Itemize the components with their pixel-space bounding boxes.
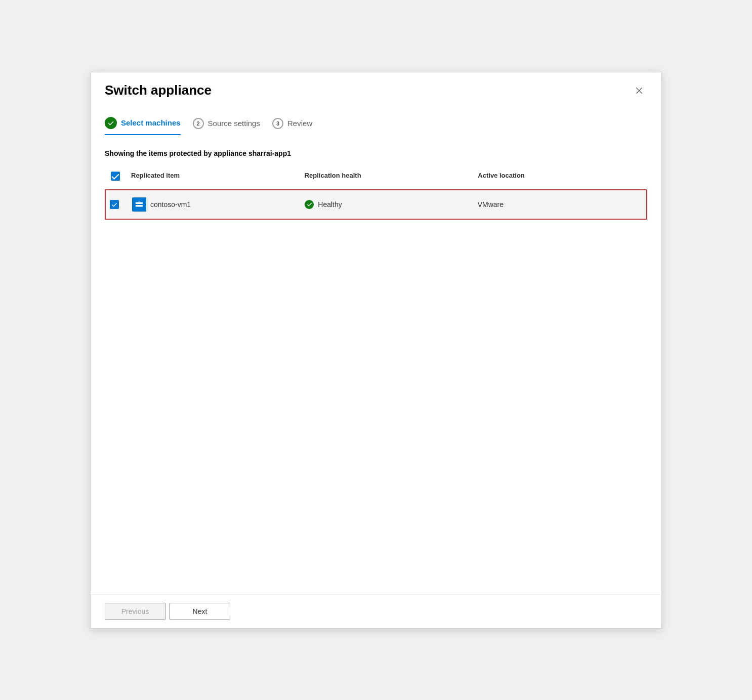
dialog-title: Switch appliance bbox=[105, 83, 212, 98]
step-select-machines[interactable]: Select machines bbox=[105, 117, 181, 135]
section-description: Showing the items protected by appliance… bbox=[105, 149, 647, 157]
header-checkbox[interactable] bbox=[111, 172, 120, 181]
step-2-circle: 2 bbox=[193, 118, 204, 129]
step-review[interactable]: 3 Review bbox=[272, 118, 312, 134]
row-health-cell: Healthy bbox=[301, 198, 473, 211]
switch-appliance-dialog: Switch appliance Select machines 2 bbox=[90, 72, 662, 629]
row-replicated-item: contoso-vm1 bbox=[128, 195, 301, 214]
header-checkmark-icon bbox=[111, 172, 120, 181]
vm-icon bbox=[132, 197, 146, 212]
machines-table: Replicated item Replication health Activ… bbox=[105, 166, 647, 220]
previous-button[interactable]: Previous bbox=[105, 603, 165, 620]
health-checkmark-icon bbox=[307, 201, 312, 207]
row-health-status: Healthy bbox=[318, 200, 342, 209]
svg-point-2 bbox=[142, 202, 143, 203]
health-check-icon bbox=[305, 200, 314, 209]
step-source-settings[interactable]: 2 Source settings bbox=[193, 118, 260, 134]
dialog-header: Switch appliance bbox=[91, 72, 661, 107]
dialog-footer: Previous Next bbox=[91, 594, 661, 628]
header-checkbox-cell bbox=[105, 170, 127, 183]
table-row[interactable]: contoso-vm1 Healthy VMware bbox=[106, 190, 646, 219]
header-replicated-item: Replicated item bbox=[127, 170, 301, 183]
step-select-machines-label: Select machines bbox=[121, 118, 181, 127]
step-3-circle: 3 bbox=[272, 118, 283, 129]
svg-point-3 bbox=[142, 205, 143, 206]
steps-navigation: Select machines 2 Source settings 3 Revi… bbox=[105, 117, 647, 137]
close-button[interactable] bbox=[631, 83, 647, 99]
step-source-settings-label: Source settings bbox=[208, 119, 260, 128]
close-icon bbox=[635, 87, 643, 95]
checkmark-icon bbox=[107, 119, 114, 127]
next-button[interactable]: Next bbox=[170, 603, 230, 620]
server-icon bbox=[135, 200, 144, 209]
row-checkbox[interactable] bbox=[110, 200, 119, 209]
row-location-cell: VMware bbox=[474, 198, 646, 211]
header-replication-health: Replication health bbox=[301, 170, 474, 183]
row-checkmark-icon bbox=[111, 201, 117, 208]
table-header: Replicated item Replication health Activ… bbox=[105, 166, 647, 187]
row-active-location: VMware bbox=[478, 200, 504, 209]
header-active-location: Active location bbox=[474, 170, 647, 183]
row-vm-name: contoso-vm1 bbox=[150, 200, 191, 209]
step-review-label: Review bbox=[287, 119, 312, 128]
row-checkbox-cell bbox=[106, 198, 128, 211]
dialog-body: Select machines 2 Source settings 3 Revi… bbox=[91, 107, 661, 594]
table-row-selected-container: contoso-vm1 Healthy VMware bbox=[105, 189, 647, 220]
step-complete-icon bbox=[105, 117, 117, 129]
